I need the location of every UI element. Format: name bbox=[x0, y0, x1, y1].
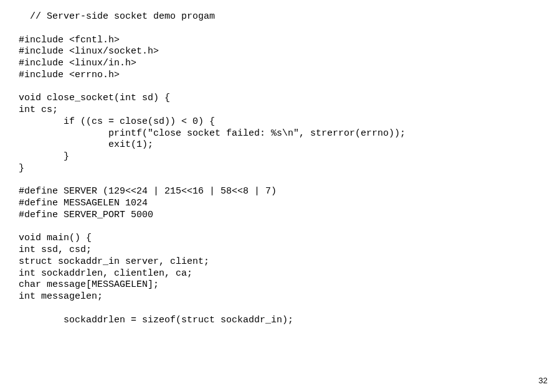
page-number: 32 bbox=[539, 376, 548, 386]
code-block: // Server-side socket demo progam #inclu… bbox=[19, 11, 555, 326]
slide-page: // Server-side socket demo progam #inclu… bbox=[0, 0, 555, 392]
